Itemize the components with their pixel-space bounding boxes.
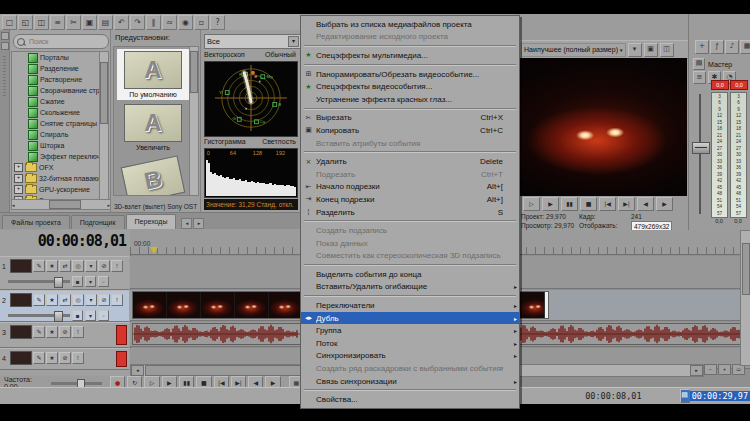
next-frame-button[interactable]: ▶ (656, 197, 673, 211)
tab-inactive[interactable]: Файлы проекта (2, 215, 70, 229)
track-fx-button[interactable]: ★ (46, 294, 58, 306)
save-project-icon[interactable]: ◫ (34, 15, 49, 30)
clip-indicator-left[interactable]: 0,0 (711, 80, 729, 90)
search-input[interactable] (27, 37, 101, 46)
menu-item[interactable]: ×УдалитьDelete (301, 155, 519, 168)
stop-button[interactable]: ■ (580, 197, 597, 211)
zoom-out-button[interactable]: − (704, 364, 717, 375)
tree-horizontal-scrollbar[interactable]: ◂▸ (11, 199, 111, 210)
menu-item[interactable]: Переключатели▸ (301, 299, 519, 312)
automation-button[interactable]: ✎ (33, 352, 45, 364)
search-box[interactable] (13, 34, 109, 49)
preview-quality-select[interactable]: Наилучшее (полный размер) ▾ (521, 43, 626, 57)
play-from-start-button[interactable]: ▷ (523, 197, 540, 211)
track-option-button[interactable]: ▾ (85, 276, 96, 287)
track-header-2[interactable]: 2✎★⇄◎▾⊘!▪▾◦ (0, 290, 129, 322)
menu-item[interactable]: ¦РазделитьS (301, 206, 519, 219)
cut-icon[interactable]: ✂ (66, 15, 81, 30)
expand-icon[interactable]: + (14, 163, 23, 172)
menu-item[interactable]: Связь синхронизации▸ (301, 375, 519, 388)
transition-item[interactable]: Спираль (12, 129, 102, 140)
track-motion-button[interactable]: ⊘ (59, 326, 71, 338)
pause-button[interactable]: ▮▮ (561, 197, 578, 211)
menu-item[interactable]: ★Спецэффекты мультимедиа... (301, 49, 519, 62)
transition-item[interactable]: Эффект переключе (12, 151, 102, 162)
go-to-end-button[interactable]: ▶| (618, 197, 635, 211)
menu-item[interactable]: Создать подзапись (301, 224, 519, 237)
solo-button[interactable]: ! (111, 260, 123, 272)
vectorscope-mode[interactable]: Обычный (265, 51, 296, 58)
insert-audio-bus-icon[interactable]: + (695, 40, 709, 54)
dock-tab-icon[interactable] (1, 42, 9, 50)
timeline-marker[interactable] (150, 247, 158, 254)
timeline-timecode[interactable]: 00:00:08,01 (0, 232, 126, 252)
rate-slider[interactable] (51, 382, 102, 385)
clip-indicator-right[interactable]: 0,0 (730, 80, 748, 90)
dock-grip[interactable] (3, 56, 6, 96)
menu-item[interactable]: Вставить атрибуты события (301, 137, 519, 150)
expand-icon[interactable]: + (14, 174, 23, 183)
tab-scroll-left-icon[interactable]: ◂ (181, 218, 192, 229)
menu-item[interactable]: Выделить события до конца (301, 268, 519, 281)
copy-icon[interactable]: ▣ (82, 15, 97, 30)
track-fx-button[interactable]: ★ (46, 352, 58, 364)
track-header-1[interactable]: 1✎★⇄◎▾⊘!▪▾◦ (0, 256, 129, 290)
transition-folder[interactable]: +32-битная плавающая (12, 173, 102, 184)
scrollbar-thumb[interactable] (190, 51, 198, 93)
cursor-timecode-field[interactable]: 00:00:08,01 (585, 391, 641, 401)
menu-item[interactable]: ⊞Панорамировать/Обрезать видеособытие... (301, 68, 519, 81)
auto-ripple-icon[interactable]: ≈ (162, 15, 177, 30)
track-motion-button[interactable]: ⇄ (59, 260, 71, 272)
mute-button[interactable]: ⊘ (98, 260, 110, 272)
scrollbar-thumb[interactable] (742, 243, 750, 295)
automation-button[interactable]: ✎ (33, 294, 45, 306)
transition-item[interactable]: Разделение (12, 63, 102, 74)
ignore-event-grouping-icon[interactable]: ▫ (194, 15, 209, 30)
project-properties-icon[interactable]: ≡ (50, 15, 65, 30)
more-icon[interactable]: ▾ (85, 260, 97, 272)
scrollbar-thumb[interactable] (100, 62, 108, 124)
go-to-start-button[interactable]: |◀ (599, 197, 616, 211)
track-level-slider[interactable] (8, 280, 70, 283)
preset-item[interactable]: AУвеличить (117, 102, 189, 153)
transitions-tree[interactable]: ПорталыРазделениеРастворениеСворачивание… (11, 51, 103, 208)
audio-event[interactable] (518, 323, 750, 345)
track-fx-button[interactable]: ★ (46, 326, 58, 338)
audio-event[interactable] (132, 323, 302, 345)
compositing-button[interactable]: ! (72, 352, 84, 364)
menu-item[interactable]: Свойства... (301, 393, 519, 406)
slider-handle[interactable] (54, 277, 63, 288)
track-motion-button[interactable]: ⊘ (59, 352, 71, 364)
previous-frame-button[interactable]: ◀ (637, 197, 654, 211)
zoom-in-button[interactable]: + (718, 364, 731, 375)
solo-button[interactable]: ! (111, 294, 123, 306)
transition-item[interactable]: Растворение (12, 74, 102, 85)
open-project-icon[interactable]: ◱ (18, 15, 33, 30)
scope-mode-select[interactable]: Все ▾ (204, 34, 302, 49)
preset-item[interactable]: AПо умолчанию (117, 49, 189, 100)
track-level-slider[interactable] (8, 314, 70, 317)
menu-item[interactable]: ★Спецэффекты видеособытия... (301, 80, 519, 93)
help-whats-this-icon[interactable]: ? (210, 15, 225, 30)
compositing-button[interactable]: ! (72, 326, 84, 338)
tab-active[interactable]: Переходы (126, 214, 177, 229)
track-header-3[interactable]: 3✎★⊘! (0, 322, 129, 348)
transition-item[interactable]: Снятие страницы (12, 118, 102, 129)
transition-item[interactable]: Скольжение (12, 107, 102, 118)
track-header-4[interactable]: 4✎★⊘! (0, 348, 129, 370)
track-motion-button[interactable]: ⇄ (59, 294, 71, 306)
menu-item[interactable]: Создать ряд раскадровки с выбранными соб… (301, 362, 519, 375)
video-event[interactable] (132, 291, 302, 319)
menu-item-take[interactable]: ◂▸Дубль▸ (301, 312, 519, 325)
menu-item[interactable]: Выбрать из списка медиафайлов проекта (301, 18, 519, 31)
downmix-output-icon[interactable]: ▦ (740, 40, 750, 54)
undo-icon[interactable]: ↶ (114, 15, 129, 30)
mixer-properties-icon[interactable]: ♪ (725, 40, 739, 54)
compositing-button[interactable]: ◎ (72, 294, 84, 306)
play-button[interactable]: ▶ (542, 197, 559, 211)
insert-fx-bus-icon[interactable]: ƒ (710, 40, 724, 54)
menu-item[interactable]: ⇥Конец подрезкиAlt+] (301, 193, 519, 206)
mute-button[interactable]: ⊘ (98, 294, 110, 306)
tree-vertical-scrollbar[interactable] (99, 51, 109, 208)
redo-icon[interactable]: ↷ (130, 15, 145, 30)
